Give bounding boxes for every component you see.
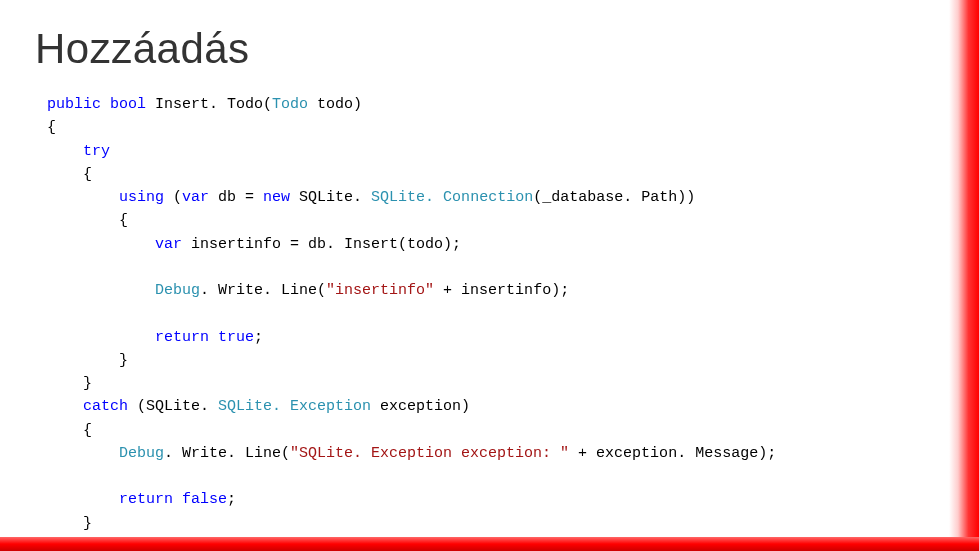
- txt: ;: [254, 329, 263, 346]
- txt: (: [164, 189, 182, 206]
- txt: [47, 445, 119, 462]
- txt: }: [47, 352, 128, 369]
- kw-false: false: [182, 491, 227, 508]
- txt: [47, 491, 119, 508]
- right-border-decoration: [949, 0, 979, 551]
- txt: [47, 398, 83, 415]
- str: "SQLite. Exception exception: ": [290, 445, 569, 462]
- txt: exception): [371, 398, 470, 415]
- bottom-border-decoration: [0, 537, 979, 551]
- txt: Insert. Todo(: [146, 96, 272, 113]
- code-block: public bool Insert. Todo(Todo todo) { tr…: [47, 93, 944, 551]
- slide-container: Hozzáadás public bool Insert. Todo(Todo …: [0, 0, 979, 551]
- kw-true: true: [218, 329, 254, 346]
- kw-try: try: [83, 143, 110, 160]
- txt: todo): [308, 96, 362, 113]
- txt: + insertinfo);: [434, 282, 569, 299]
- txt: ;: [227, 491, 236, 508]
- kw-var: var: [155, 236, 182, 253]
- txt: (_database. Path)): [533, 189, 695, 206]
- txt: [47, 189, 119, 206]
- str: "insertinfo": [326, 282, 434, 299]
- page-title: Hozzáadás: [35, 25, 944, 73]
- txt: . Write. Line(: [200, 282, 326, 299]
- txt: + exception. Message);: [569, 445, 776, 462]
- txt: [173, 491, 182, 508]
- txt: {: [47, 166, 92, 183]
- txt: [209, 329, 218, 346]
- txt: db =: [209, 189, 263, 206]
- kw-var: var: [182, 189, 209, 206]
- type-debug: Debug: [155, 282, 200, 299]
- txt: [47, 282, 155, 299]
- type-todo: Todo: [272, 96, 308, 113]
- kw-return: return: [119, 491, 173, 508]
- type-debug: Debug: [119, 445, 164, 462]
- kw-public: public: [47, 96, 101, 113]
- kw-new: new: [263, 189, 290, 206]
- txt: [47, 143, 83, 160]
- txt: {: [47, 422, 92, 439]
- txt: . Write. Line(: [164, 445, 290, 462]
- type-ex: SQLite. Exception: [218, 398, 371, 415]
- kw-return: return: [155, 329, 209, 346]
- txt: [47, 236, 155, 253]
- txt: [47, 329, 155, 346]
- kw-catch: catch: [83, 398, 128, 415]
- type-conn: SQLite. Connection: [371, 189, 533, 206]
- txt: (SQLite.: [128, 398, 218, 415]
- txt: {: [47, 212, 128, 229]
- txt: }: [47, 515, 92, 532]
- kw-using: using: [119, 189, 164, 206]
- txt: insertinfo = db. Insert(todo);: [182, 236, 461, 253]
- txt: }: [47, 375, 92, 392]
- txt: SQLite.: [290, 189, 371, 206]
- kw-bool: bool: [110, 96, 146, 113]
- txt: {: [47, 119, 56, 136]
